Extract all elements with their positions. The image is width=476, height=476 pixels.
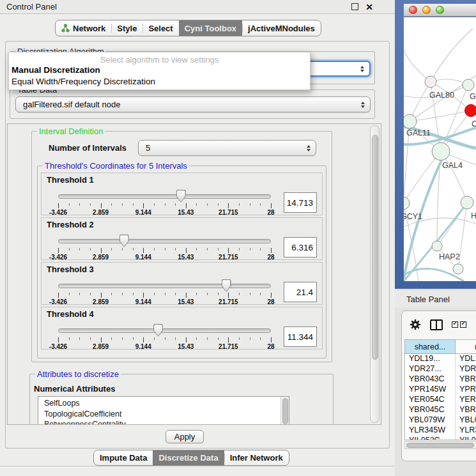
slider-tick [207, 293, 208, 295]
slider-track[interactable] [58, 284, 271, 288]
slider-tick [271, 337, 272, 342]
network-node[interactable] [453, 264, 463, 274]
number-of-intervals-combobox[interactable]: 5 [138, 140, 316, 156]
control-panel-titlebar: Control Panel ✕ [0, 0, 395, 14]
table-row[interactable]: YLR345WYLR3 [405, 426, 476, 436]
slider-tick [196, 248, 197, 250]
slider-track[interactable] [58, 328, 271, 333]
tab-label: Impute Data [100, 453, 147, 463]
threshold-value-field[interactable]: 21.4 [284, 282, 317, 302]
tab-network[interactable]: Network [56, 20, 111, 36]
list-scrollbar-thumb[interactable] [282, 398, 288, 424]
network-canvas[interactable]: GAL80GACGAL11GAL4GCY1HHAP2 [404, 17, 476, 281]
network-node-ga[interactable] [463, 79, 474, 91]
slider-tick [58, 248, 59, 253]
tick-label: 9.144 [135, 343, 151, 350]
gear-icon[interactable] [410, 319, 421, 330]
tab-jactivemnodules[interactable]: jActiveMNodules [242, 20, 321, 36]
apply-button[interactable]: Apply [165, 430, 204, 443]
column-header-name[interactable]: n [456, 340, 476, 353]
tab-impute-data[interactable]: Impute Data [94, 450, 153, 465]
checkbox-icon[interactable] [460, 321, 466, 328]
float-panel-icon[interactable] [351, 3, 358, 10]
network-node-gal80[interactable] [425, 76, 436, 88]
vertical-scrollbar-thumb[interactable] [372, 135, 378, 360]
cell-shared-name: YBR043C [405, 374, 456, 385]
network-node-h[interactable] [461, 196, 473, 209]
cell-name: YIL0 [456, 436, 476, 440]
zoom-window-icon[interactable] [436, 6, 444, 14]
threshold-value-field[interactable]: 11.344 [284, 326, 317, 347]
network-node-gcy1[interactable] [404, 197, 410, 210]
vertical-scrollbar[interactable] [370, 125, 380, 423]
attribute-item[interactable]: BetweennessCentrality [38, 419, 289, 425]
tab-cyni-toolbox[interactable]: Cyni Toolbox [179, 20, 242, 36]
table-row[interactable]: YBL079WYBL0 [405, 415, 476, 426]
cell-name: YPR1 [456, 385, 476, 395]
slider-handle[interactable] [153, 324, 163, 337]
tab-style[interactable]: Style [111, 20, 142, 36]
tab-discretize-data[interactable]: Discretize Data [153, 450, 224, 465]
table-row[interactable]: YBR043CYBR0 [405, 374, 476, 385]
network-svg: GAL80GACGAL11GAL4GCY1HHAP2 [404, 17, 476, 281]
network-node-hap2[interactable] [432, 241, 442, 251]
slider-track[interactable] [58, 239, 271, 243]
table-row[interactable]: YIL052CYIL0 [405, 436, 476, 440]
table-row[interactable]: YPR145WYPR1 [405, 385, 476, 395]
tab-infer-network[interactable]: Infer Network [224, 450, 289, 465]
slider-tick [111, 203, 112, 206]
checkbox-icon[interactable] [452, 321, 458, 328]
column-view-icon[interactable] [430, 319, 443, 330]
slider-tick [122, 248, 123, 250]
slider-tick [239, 203, 240, 206]
slider-tick [250, 248, 250, 250]
right-panel: GAL80GACGAL11GAL4GCY1HHAP2 Table Panel [395, 0, 476, 476]
tab-label: Select [148, 24, 173, 33]
network-window-titlebar[interactable] [404, 4, 476, 17]
slider-track[interactable] [58, 194, 271, 199]
table-horizontal-scrollbar[interactable] [404, 441, 476, 449]
network-node-gal11[interactable] [404, 114, 417, 128]
table-hscroll-thumb[interactable] [406, 443, 474, 448]
close-panel-icon[interactable]: ✕ [365, 3, 373, 11]
slider-tick [143, 337, 144, 342]
close-window-icon[interactable] [409, 6, 417, 14]
table-row[interactable]: YER054CYER0 [405, 395, 476, 405]
tab-select[interactable]: Select [142, 20, 178, 36]
table-row[interactable]: YBR045CYBR0 [405, 405, 476, 415]
slider-tick [69, 337, 70, 340]
minimize-window-icon[interactable] [422, 6, 431, 14]
cell-shared-name: YBR045C [405, 405, 456, 415]
attribute-item[interactable]: SelfLoops [38, 398, 289, 409]
algorithm-option-equal-width-frequency[interactable]: Equal Width/Frequency Discretization [9, 76, 310, 88]
table-row[interactable]: YDR27...YDR2 [405, 364, 476, 374]
network-node-c[interactable] [465, 105, 476, 117]
table-row[interactable]: YDL19...YDL1 [405, 354, 476, 364]
attribute-item[interactable]: TopologicalCoefficient [38, 409, 289, 420]
slider-handle[interactable] [119, 234, 129, 247]
spinner-arrows-icon [361, 102, 365, 108]
list-scrollbar[interactable] [280, 397, 289, 425]
interval-definition-fieldset: Interval Definition Number of Intervals … [31, 131, 332, 362]
threshold-value-field[interactable]: 14.713 [284, 192, 317, 213]
node-label: H [471, 211, 476, 220]
slider-tick [143, 293, 144, 298]
network-edge[interactable] [404, 50, 431, 82]
cell-shared-name: YDL19... [405, 354, 456, 364]
column-header-shared-name[interactable]: shared... [405, 340, 456, 353]
network-node-gal4[interactable] [432, 142, 450, 160]
slider-handle[interactable] [222, 279, 231, 292]
cell-name: YDR2 [456, 364, 476, 374]
table-data-combobox[interactable]: galFiltered.sif default node [15, 96, 371, 112]
threshold-box-1: Threshold 1-3.4262.8599.14415.4321.71528… [41, 173, 323, 215]
network-edge[interactable] [431, 29, 473, 82]
slider-tick [175, 293, 176, 295]
threshold-value-field[interactable]: 6.316 [284, 237, 317, 257]
slider-tick [79, 293, 80, 295]
slider-tick [175, 203, 176, 206]
slider-handle[interactable] [176, 190, 186, 203]
algorithm-option-manual-discretization[interactable]: Manual Discretization [9, 65, 310, 76]
network-icon [61, 24, 70, 33]
network-edge[interactable] [410, 111, 471, 121]
slider-tick [196, 203, 197, 206]
